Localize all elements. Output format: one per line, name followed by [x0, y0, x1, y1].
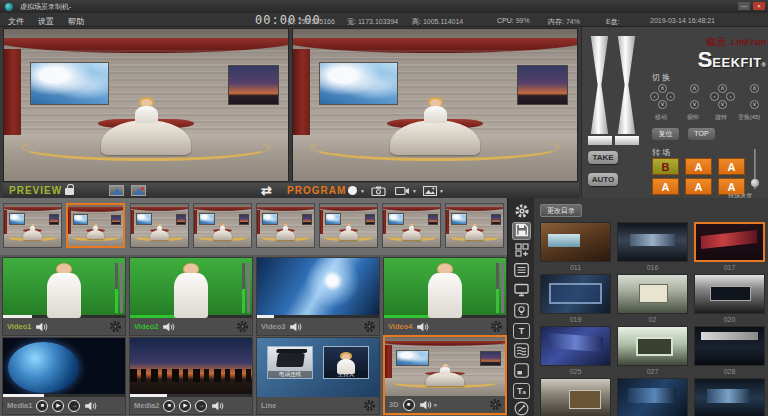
lock-icon[interactable] [65, 188, 74, 195]
stop-button[interactable]: ■ [403, 399, 415, 411]
gear-icon[interactable] [109, 320, 122, 333]
source-tile-media1[interactable]: Media1 ■ ▶ → [2, 337, 126, 415]
record-icon[interactable] [348, 186, 357, 195]
scene-thumb-028[interactable] [694, 326, 765, 366]
gear-icon[interactable] [489, 398, 502, 411]
save-icon[interactable] [513, 223, 530, 239]
play-button[interactable]: ▶ [179, 400, 191, 412]
frame-icon[interactable] [513, 363, 530, 379]
transition-speed-slider[interactable] [754, 149, 756, 189]
pad-pitch-down-icon[interactable]: ∨ [690, 100, 699, 109]
scene-thumb-extra-3[interactable] [694, 378, 765, 416]
reset-button[interactable]: 复位 [652, 128, 679, 140]
stop-button[interactable]: ■ [163, 400, 175, 412]
speaker-muted-icon[interactable] [419, 400, 433, 410]
camera-thumb-5[interactable] [256, 203, 315, 248]
pad-move-left-icon[interactable]: ‹ [650, 92, 659, 101]
pad-pitch-up-icon[interactable]: ∧ [690, 84, 699, 93]
top-button[interactable]: TOP [688, 128, 715, 140]
camera-thumb-8[interactable] [445, 203, 504, 248]
speaker-icon[interactable] [162, 322, 176, 332]
record-caret-icon[interactable]: ▼ [360, 188, 365, 194]
gear-icon[interactable] [236, 320, 249, 333]
scene-thumb-extra-2[interactable] [617, 378, 688, 416]
video-camera-icon[interactable] [395, 186, 410, 196]
transition-key-a1[interactable]: A [685, 158, 712, 175]
pad-rotate-right-icon[interactable]: › [726, 92, 735, 101]
video-caret-icon[interactable]: ▼ [412, 188, 417, 194]
play-button[interactable]: ▶ [52, 400, 64, 412]
close-button[interactable]: × [753, 2, 765, 10]
source-tile-3d-program[interactable]: 3D ■ × [383, 335, 507, 415]
source-tile-video1[interactable]: Video1 [2, 257, 126, 336]
speaker-icon[interactable] [84, 401, 98, 411]
settings-gear-icon[interactable] [513, 203, 530, 219]
layers-icon[interactable] [513, 343, 530, 359]
pad-zoom-up-icon[interactable]: ∧ [750, 84, 759, 93]
menu-settings[interactable]: 设置 [38, 16, 54, 27]
camera-thumb-4[interactable] [193, 203, 252, 248]
scene-thumb-011[interactable] [540, 222, 611, 262]
transition-key-a2[interactable]: A [718, 158, 745, 175]
pad-rotate-up-icon[interactable]: ∧ [718, 84, 727, 93]
t-bar-handle-left[interactable] [588, 36, 611, 134]
keying-edit-icon[interactable] [131, 185, 146, 196]
add-layout-icon[interactable] [513, 243, 530, 259]
source-tile-line[interactable]: 电话连线 主持人 Line [256, 337, 380, 415]
source-tile-video4[interactable]: Video4 [383, 257, 507, 336]
source-tile-video3[interactable]: Video3 [256, 257, 380, 336]
picture-icon[interactable] [423, 186, 437, 196]
take-button[interactable]: TAKE [588, 151, 618, 164]
scene-thumb-02[interactable] [617, 274, 688, 314]
pad-move-right-icon[interactable]: › [666, 92, 675, 101]
swap-icon[interactable]: ⇄ [261, 183, 272, 198]
next-button[interactable]: → [195, 400, 207, 412]
source-tile-media2[interactable]: Media2 ■ ▶ → [129, 337, 253, 415]
speaker-icon[interactable] [35, 322, 49, 332]
change-directory-button[interactable]: 更改目录 [540, 204, 582, 217]
transition-key-a3[interactable]: A [652, 178, 679, 195]
subtitle-icon[interactable]: Ta [513, 383, 530, 399]
speaker-icon[interactable] [211, 401, 225, 411]
speaker-icon[interactable] [289, 322, 303, 332]
slider-knob[interactable] [751, 179, 759, 187]
transition-key-b[interactable]: B [652, 158, 679, 175]
camera-thumb-6[interactable] [319, 203, 378, 248]
t-bar-handle-right[interactable] [615, 36, 638, 134]
camera-thumb-7[interactable] [382, 203, 441, 248]
playlist-icon[interactable] [513, 263, 530, 279]
camera-thumb-1[interactable] [3, 203, 62, 248]
menu-help[interactable]: 帮助 [68, 16, 84, 27]
phone-call-thumb[interactable]: 电话连线 [267, 346, 313, 379]
gear-icon[interactable] [363, 320, 376, 333]
pad-move-up-icon[interactable]: ∧ [658, 84, 667, 93]
source-tile-video2[interactable]: Video2 [129, 257, 253, 336]
minimize-button[interactable]: — [738, 2, 750, 10]
snapshot-camera-icon[interactable] [371, 186, 386, 196]
scene-thumb-extra-1[interactable] [540, 378, 611, 416]
camera-thumb-2-selected[interactable] [66, 203, 125, 248]
scene-thumb-020[interactable] [694, 274, 765, 314]
transition-key-a4[interactable]: A [685, 178, 712, 195]
pad-move-down-icon[interactable]: ∨ [658, 100, 667, 109]
monitor-icon[interactable] [513, 283, 530, 299]
scene-thumb-027[interactable] [617, 326, 688, 366]
menu-file[interactable]: 文件 [8, 16, 24, 27]
t-bar-fader[interactable] [588, 36, 640, 148]
gear-icon[interactable] [490, 320, 503, 333]
pad-rotate-down-icon[interactable]: ∨ [718, 100, 727, 109]
scene-thumb-019[interactable] [540, 274, 611, 314]
gear-icon[interactable] [363, 399, 376, 412]
text-title-icon[interactable]: T [513, 323, 530, 339]
pad-zoom-down-icon[interactable]: ∨ [750, 100, 759, 109]
next-button[interactable]: → [68, 400, 80, 412]
light-icon[interactable] [513, 303, 530, 319]
scene-thumb-017-selected[interactable] [694, 222, 765, 262]
camera-thumb-3[interactable] [130, 203, 189, 248]
auto-button[interactable]: AUTO [588, 173, 618, 186]
pad-rotate-left-icon[interactable]: ‹ [710, 92, 719, 101]
keying-icon[interactable] [109, 185, 124, 196]
paint-icon[interactable] [513, 401, 530, 416]
scene-thumb-016[interactable] [617, 222, 688, 262]
speaker-icon[interactable] [416, 322, 430, 332]
